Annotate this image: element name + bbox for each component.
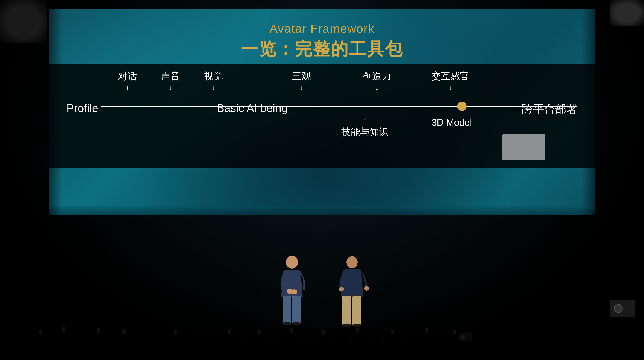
svg-rect-109: [356, 328, 359, 332]
screen-left-glow: [49, 9, 62, 215]
svg-point-205: [586, 341, 598, 352]
svg-rect-184: [350, 351, 363, 360]
svg-rect-208: [608, 351, 620, 360]
svg-point-163: [136, 342, 148, 352]
svg-rect-74: [174, 330, 177, 335]
label-shijue: 视觉 ↓: [204, 70, 223, 91]
label-3dmodel-text: 3D Model: [432, 117, 472, 128]
svg-point-149: [460, 335, 465, 339]
svg-rect-190: [415, 350, 427, 360]
svg-point-167: [178, 342, 191, 352]
arrow-duihua: ↓: [126, 84, 129, 91]
svg-rect-174: [243, 350, 255, 360]
svg-point-181: [329, 341, 341, 352]
svg-rect-154: [28, 350, 40, 360]
arrow-jineng: ↑: [363, 117, 367, 124]
svg-rect-182: [329, 350, 341, 360]
screen-right-glow: [582, 9, 595, 215]
svg-rect-76: [258, 330, 260, 335]
svg-rect-170: [200, 349, 212, 360]
svg-rect-192: [436, 351, 449, 360]
svg-rect-202: [544, 349, 556, 360]
svg-point-203: [565, 342, 577, 352]
svg-rect-49: [122, 329, 126, 334]
arrow-jiaohu: ↓: [449, 84, 452, 91]
svg-point-207: [608, 342, 620, 352]
svg-rect-112: [453, 330, 456, 334]
svg-rect-186: [372, 349, 384, 360]
svg-rect-156: [50, 351, 62, 360]
svg-point-159: [92, 342, 105, 352]
arrow-sanguan: ↓: [300, 84, 303, 91]
svg-point-157: [71, 341, 83, 352]
svg-rect-198: [500, 350, 512, 360]
audience-svg: [0, 278, 644, 360]
svg-point-173: [243, 341, 255, 352]
svg-rect-176: [264, 351, 277, 360]
svg-rect-75: [228, 329, 231, 333]
svg-rect-166: [157, 350, 169, 360]
svg-point-189: [415, 341, 427, 352]
svg-point-195: [479, 342, 491, 352]
svg-point-151: [6, 342, 19, 352]
svg-point-171: [221, 342, 234, 352]
node-profile: Profile: [66, 102, 98, 115]
audience: [0, 278, 644, 360]
speaker-right: [610, 0, 644, 26]
svg-rect-206: [586, 350, 598, 360]
svg-point-153: [28, 341, 40, 351]
label-shengyin: 声音 ↓: [161, 70, 180, 91]
svg-rect-48: [96, 328, 100, 333]
label-shijue-text: 视觉: [204, 70, 223, 83]
svg-rect-164: [136, 351, 148, 360]
svg-point-165: [157, 341, 169, 352]
svg-rect-194: [458, 349, 470, 360]
svg-rect-200: [522, 351, 534, 360]
svg-point-191: [436, 342, 449, 352]
stage-floor: [49, 206, 595, 215]
arrow-shengyin: ↓: [169, 84, 172, 91]
svg-point-183: [350, 342, 363, 352]
slide-title-area: Avatar Framework 一览：完整的工具包: [49, 22, 595, 61]
svg-rect-204: [565, 351, 577, 360]
node-cross-platform: 跨平台部署: [522, 102, 578, 117]
svg-rect-172: [221, 351, 234, 360]
svg-rect-160: [92, 351, 105, 360]
camera-equipment-right: [610, 300, 636, 317]
label-jineng-text: 技能与知识: [341, 126, 388, 138]
presentation-screen: Avatar Framework 一览：完整的工具包 对话 ↓ 声音 ↓ 视觉 …: [49, 9, 595, 215]
label-shengyin-text: 声音: [161, 70, 180, 83]
svg-point-179: [307, 342, 320, 353]
label-jineng: ↑ 技能与知识: [341, 117, 388, 138]
label-jiaohu: 交互感官 ↓: [432, 70, 469, 91]
label-jiaohu-text: 交互感官: [432, 70, 469, 83]
svg-rect-188: [393, 351, 406, 360]
corner-panel: [502, 134, 545, 160]
svg-point-199: [522, 342, 534, 352]
label-chuangzaoli: 创造力 ↓: [363, 70, 391, 91]
label-chuangzaoli-text: 创造力: [363, 70, 391, 83]
svg-rect-210: [630, 349, 642, 360]
camera-lens: [614, 304, 622, 313]
node-basic-ai: Basic AI being: [217, 102, 288, 115]
scene: Avatar Framework 一览：完整的工具包 对话 ↓ 声音 ↓ 视觉 …: [0, 0, 644, 360]
arrow-chuangzaoli: ↓: [375, 84, 379, 91]
svg-rect-178: [286, 349, 298, 360]
svg-rect-196: [479, 351, 491, 360]
label-duihua-text: 对话: [118, 70, 137, 83]
svg-rect-35: [112, 278, 113, 304]
arrow-shijue: ↓: [212, 84, 215, 91]
svg-rect-158: [71, 350, 83, 360]
svg-rect-110: [391, 329, 394, 334]
svg-rect-46: [39, 330, 42, 335]
svg-point-187: [393, 342, 406, 352]
svg-rect-108: [322, 330, 325, 335]
svg-point-175: [264, 342, 277, 352]
label-sanguan-text: 三观: [292, 70, 311, 83]
title-chinese: 一览：完整的工具包: [49, 38, 595, 61]
svg-point-197: [500, 341, 512, 352]
label-3dmodel: 3D Model: [432, 117, 472, 128]
svg-point-155: [50, 342, 62, 353]
label-sanguan: 三观 ↓: [292, 70, 311, 91]
svg-point-7: [346, 256, 358, 268]
